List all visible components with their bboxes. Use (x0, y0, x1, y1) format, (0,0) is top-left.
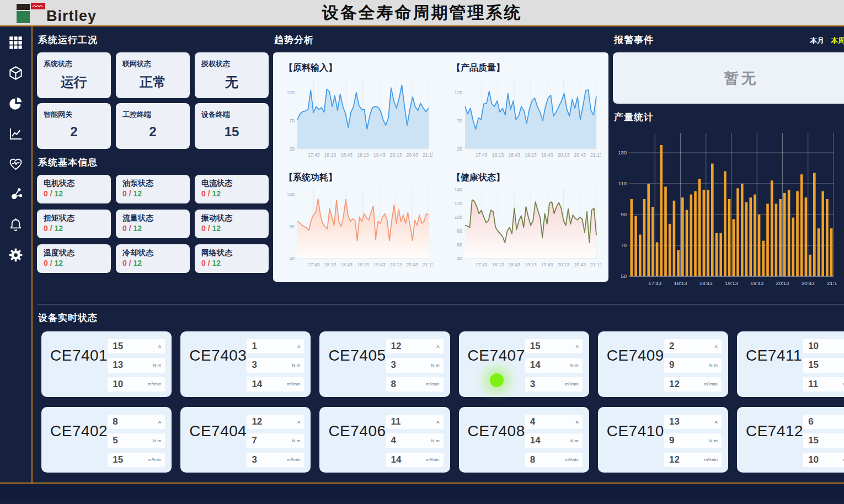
svg-text:17:43: 17:43 (308, 152, 320, 158)
device-metric-value: 2 (669, 341, 674, 352)
device-metric-value: 12 (669, 379, 680, 390)
svg-text:19:13: 19:13 (357, 152, 369, 158)
svg-text:21:13: 21:13 (423, 262, 433, 267)
device-card[interactable]: CE740412A7N·m3m³/min (180, 407, 311, 473)
device-card[interactable]: CE741013A9N·m12m³/min (598, 407, 728, 473)
alarm-tab-本周[interactable]: 本周 (831, 36, 844, 46)
molecule-icon[interactable] (8, 187, 23, 202)
status-card-label: 联网状态 (122, 59, 183, 69)
device-card[interactable]: CE740715A14N·m3m³/min (459, 331, 589, 397)
svg-text:17:43: 17:43 (476, 262, 488, 267)
device-metric-row: 3m³/min (525, 377, 583, 392)
device-metric-row: 10m³/min (803, 453, 844, 467)
device-card[interactable]: CE74031A3N·m14m³/min (180, 331, 311, 397)
production-bar-chart: 50709011013017:4318:1318:4319:1319:4320:… (613, 130, 844, 291)
device-card[interactable]: CE741110A15N·m11m³/min (737, 331, 844, 397)
pie-chart-icon[interactable] (8, 96, 23, 111)
device-metric-unit: A (715, 344, 718, 349)
device-card[interactable]: CE740611A4N·m14m³/min (319, 407, 450, 473)
trend-chart-2: 【产品质量】17:4318:1318:4319:1319:4320:1320:4… (448, 59, 601, 169)
device-metric-unit: m³/min (704, 457, 717, 462)
status-card-value: 运行 (44, 73, 104, 91)
status-card: 智能网关2 (37, 103, 111, 149)
alarm-empty-text: 暂无 (724, 68, 758, 88)
svg-text:19:43: 19:43 (750, 280, 763, 286)
trend-chart-title: 【系统功耗】 (284, 172, 433, 184)
device-metric-unit: N·m (709, 363, 718, 368)
svg-text:17:43: 17:43 (308, 262, 320, 267)
svg-text:70: 70 (290, 118, 295, 124)
device-metrics: 15A14N·m3m³/min (525, 339, 583, 392)
alarm-empty-card: 暂无 (613, 52, 844, 104)
device-name: CE7411 (746, 347, 802, 392)
device-metric-row: 6A (803, 415, 844, 429)
device-name: CE7406 (328, 422, 386, 467)
device-metric-unit: A (297, 344, 300, 349)
device-metric-value: 14 (530, 435, 541, 446)
status-card-value: 正常 (122, 73, 183, 91)
device-metric-value: 7 (252, 435, 257, 446)
heart-pulse-icon[interactable] (8, 157, 23, 171)
device-metrics: 10A15N·m11m³/min (803, 339, 844, 392)
cube-icon[interactable] (8, 66, 23, 81)
device-metric-unit: A (575, 420, 578, 425)
info-card-label: 冷却状态 (122, 248, 183, 258)
trend-chart-3: 【系统功耗】17:4318:1318:4319:1319:4320:1320:4… (281, 169, 433, 278)
svg-text:18:13: 18:13 (674, 280, 687, 286)
device-metric-row: 8A (108, 415, 165, 429)
info-card: 扭矩状态0 /12 (37, 210, 111, 238)
device-metric-row: 2A (664, 339, 722, 353)
panel-devices: 设备实时状态 CE740115A13N·m10m³/minCE74031A3N·… (37, 304, 844, 482)
svg-text:20:43: 20:43 (574, 262, 586, 267)
info-card-value: 0 /12 (44, 224, 104, 233)
device-metric-value: 13 (113, 360, 123, 371)
svg-text:19:13: 19:13 (357, 262, 369, 267)
device-name: CE7402 (50, 422, 108, 467)
device-metric-row: 14N·m (525, 433, 583, 448)
alarm-tab-本月[interactable]: 本月 (810, 36, 824, 46)
svg-text:90: 90 (621, 211, 627, 217)
device-card[interactable]: CE74084A14N·m8m³/min (459, 407, 589, 473)
trend-chart-title: 【原料输入】 (284, 62, 433, 74)
device-metric-value: 8 (530, 454, 535, 465)
device-card[interactable]: CE74126A15N·m10m³/min (737, 407, 844, 473)
svg-text:19:43: 19:43 (541, 262, 553, 267)
system-status-title: 系统运行工况 (37, 26, 269, 52)
device-metrics: 11A4N·m14m³/min (386, 415, 444, 467)
svg-text:17:43: 17:43 (476, 152, 488, 158)
device-card[interactable]: CE740115A13N·m10m³/min (41, 331, 172, 397)
bell-icon[interactable] (8, 217, 23, 232)
device-card[interactable]: CE740512A3N·m8m³/min (319, 331, 450, 397)
info-card-value: 0 /12 (44, 259, 104, 267)
svg-text:80: 80 (457, 228, 463, 234)
device-metric-value: 9 (669, 360, 674, 371)
svg-text:18:13: 18:13 (492, 152, 504, 158)
device-metric-unit: A (158, 344, 161, 349)
device-metric-unit: m³/min (426, 457, 439, 462)
svg-text:18:13: 18:13 (324, 262, 336, 267)
svg-text:21:13: 21:13 (590, 152, 601, 158)
svg-text:20:13: 20:13 (390, 262, 402, 267)
gear-icon[interactable] (8, 248, 23, 262)
svg-text:18:43: 18:43 (699, 280, 713, 286)
status-card-label: 系统状态 (44, 59, 104, 69)
device-metric-row: 15A (108, 339, 165, 353)
line-chart-icon[interactable] (8, 126, 23, 141)
svg-text:19:43: 19:43 (541, 152, 553, 158)
device-metric-unit: N·m (153, 363, 161, 368)
grid-icon[interactable] (8, 35, 23, 50)
device-name: CE7404 (189, 422, 247, 467)
device-metric-value: 10 (808, 341, 819, 352)
info-card-label: 流量状态 (122, 213, 183, 223)
device-card[interactable]: CE74092A9N·m12m³/min (598, 331, 728, 397)
device-metric-unit: m³/min (565, 382, 578, 387)
status-card-label: 授权状态 (201, 59, 262, 69)
system-info-cards: 电机状态0 /12油泵状态0 /12电流状态0 /12扭矩状态0 /12流量状态… (37, 175, 269, 273)
device-metric-row: 15N·m (803, 433, 844, 448)
trend-title: 趋势分析 (273, 26, 608, 52)
device-metric-row: 4A (525, 415, 583, 429)
device-metric-row: 12m³/min (664, 453, 722, 467)
device-metric-row: 15m³/min (108, 453, 165, 467)
svg-text:19:13: 19:13 (525, 262, 537, 267)
device-card[interactable]: CE74028A5N·m15m³/min (41, 407, 172, 473)
